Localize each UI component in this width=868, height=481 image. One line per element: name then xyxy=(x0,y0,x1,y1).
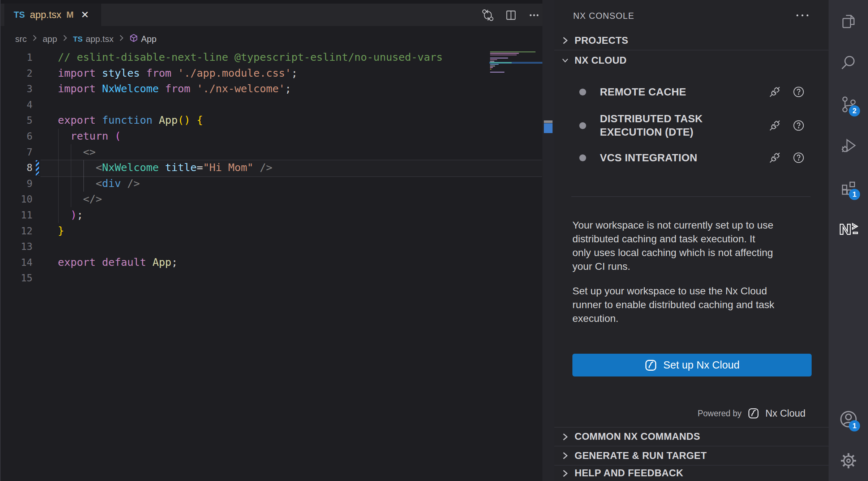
line-number: 11 xyxy=(1,207,33,223)
more-actions-icon[interactable] xyxy=(528,9,541,22)
workspace-status-text: Your workspace is not currently set up t… xyxy=(572,218,818,273)
help-icon[interactable] xyxy=(792,86,805,98)
nx-console-panel: NX CONSOLE PROJECTS NX CLOUD REMOTE CACH… xyxy=(554,0,829,481)
ruler-modified-mark xyxy=(544,123,553,133)
chevron-right-icon xyxy=(562,469,569,478)
panel-divider xyxy=(571,196,811,197)
line-number: 10 xyxy=(1,191,33,207)
feature-label: VCS INTEGRATION xyxy=(600,151,697,165)
panel-title: NX CONSOLE xyxy=(573,11,634,21)
explorer-icon[interactable] xyxy=(829,6,868,36)
code-line[interactable]: 1// eslint-disable-next-line @typescript… xyxy=(1,50,543,65)
code-line[interactable]: 2import styles from './app.module.css'; xyxy=(1,65,543,81)
help-icon[interactable] xyxy=(792,119,805,132)
feature-label: REMOTE CACHE xyxy=(600,85,686,99)
code-text: export default App; xyxy=(58,255,178,271)
feature-label: DISTRIBUTED TASKEXECUTION (DTE) xyxy=(600,112,703,139)
breadcrumb-label: App xyxy=(141,34,156,44)
source-control-icon[interactable]: 2 xyxy=(829,89,868,119)
section-label: HELP AND FEEDBACK xyxy=(575,468,683,479)
code-text: ); xyxy=(58,207,83,223)
code-line[interactable]: 10 </> xyxy=(1,191,543,207)
typescript-file-icon: TS xyxy=(73,35,83,43)
editor-group: TS app.tsx M ✕ xyxy=(0,0,555,481)
code-line[interactable]: 6 return ( xyxy=(1,128,543,144)
tab-app-tsx[interactable]: TS app.tsx M ✕ xyxy=(4,4,101,26)
vscode-window: TS app.tsx M ✕ xyxy=(0,0,868,481)
line-number: 5 xyxy=(1,112,33,128)
code-line[interactable]: 8 <NxWelcome title="Hi Mom" /> xyxy=(1,160,543,176)
breadcrumb-item[interactable]: TSapp.tsx xyxy=(73,34,113,44)
code-text: <NxWelcome title="Hi Mom" /> xyxy=(58,160,272,176)
line-number: 12 xyxy=(1,223,33,239)
line-number: 14 xyxy=(1,255,33,271)
minimap[interactable] xyxy=(489,51,543,75)
help-icon[interactable] xyxy=(792,152,805,164)
breadcrumb-label: app.tsx xyxy=(86,34,113,44)
overview-ruler[interactable] xyxy=(542,0,555,481)
section-generate-run-target[interactable]: GENERATE & RUN TARGET xyxy=(554,446,829,465)
breadcrumb-label: app xyxy=(43,34,57,44)
code-text: <div /> xyxy=(58,176,140,192)
search-icon[interactable] xyxy=(829,48,868,77)
tab-label: app.tsx xyxy=(30,9,61,21)
code-line[interactable]: 3import NxWelcome from './nx-welcome'; xyxy=(1,81,543,97)
code-line[interactable]: 11 ); xyxy=(1,207,543,223)
section-projects[interactable]: PROJECTS xyxy=(554,31,829,50)
connect-icon[interactable] xyxy=(769,86,781,98)
breadcrumb-separator-icon xyxy=(32,34,38,44)
section-common-nx-commands[interactable]: COMMON NX COMMANDS xyxy=(554,427,829,446)
status-bullet xyxy=(579,89,586,95)
line-number: 6 xyxy=(1,128,33,144)
code-line[interactable]: 12} xyxy=(1,223,543,239)
breadcrumb-separator-icon xyxy=(119,34,124,44)
code-line[interactable]: 9 <div /> xyxy=(1,176,543,192)
activity-bar: 2 1 xyxy=(829,0,868,481)
nx-cloud-brand-label[interactable]: Nx Cloud xyxy=(765,408,805,419)
line-number: 3 xyxy=(1,81,33,97)
code-line[interactable]: 13 xyxy=(1,239,543,255)
connect-icon[interactable] xyxy=(769,152,781,164)
source-control-badge: 2 xyxy=(849,105,860,116)
status-bullet xyxy=(579,122,586,129)
code-line[interactable]: 15 xyxy=(1,270,543,286)
code-line[interactable]: 14export default App; xyxy=(1,255,543,271)
breadcrumb-item[interactable]: App xyxy=(129,34,156,44)
chevron-down-icon xyxy=(562,56,569,64)
close-icon[interactable]: ✕ xyxy=(81,9,89,21)
line-number: 2 xyxy=(1,65,33,81)
breadcrumb-item[interactable]: src xyxy=(15,34,27,44)
section-label: NX CLOUD xyxy=(575,55,627,66)
code-line[interactable]: 7 <> xyxy=(1,144,543,160)
code-text: </> xyxy=(58,191,102,207)
split-editor-icon[interactable] xyxy=(504,9,517,22)
setup-hint-text: Set up your workspace to use the Nx Clou… xyxy=(572,284,818,325)
status-bullet xyxy=(579,154,586,161)
line-number: 15 xyxy=(1,270,33,286)
connect-icon[interactable] xyxy=(769,119,781,132)
code-line[interactable]: 4 xyxy=(1,97,543,113)
nx-console-icon[interactable] xyxy=(829,214,868,244)
chevron-right-icon xyxy=(562,451,569,460)
section-nx-cloud[interactable]: NX CLOUD xyxy=(554,50,829,71)
section-label: COMMON NX COMMANDS xyxy=(575,431,700,442)
accounts-icon[interactable]: 1 xyxy=(829,404,868,434)
breadcrumb-item[interactable]: app xyxy=(43,34,57,44)
settings-gear-icon[interactable] xyxy=(829,446,868,476)
code-line[interactable]: 5export function App() { xyxy=(1,112,543,128)
panel-more-actions-icon[interactable] xyxy=(796,14,808,16)
run-debug-icon[interactable] xyxy=(829,131,868,161)
editor-actions xyxy=(481,9,541,22)
breadcrumb-label: src xyxy=(15,34,27,44)
setup-nx-cloud-button[interactable]: Set up Nx Cloud xyxy=(572,354,812,376)
line-number: 9 xyxy=(1,176,33,192)
extensions-icon[interactable]: 1 xyxy=(829,173,868,203)
section-label: PROJECTS xyxy=(575,35,628,46)
panel-header: NX CONSOLE xyxy=(554,0,829,29)
open-changes-icon[interactable] xyxy=(481,9,494,22)
code-area[interactable]: 1// eslint-disable-next-line @typescript… xyxy=(1,50,543,286)
window-top-strip xyxy=(1,0,555,4)
code-text: // eslint-disable-next-line @typescript-… xyxy=(58,50,443,65)
accounts-badge: 1 xyxy=(849,420,860,431)
section-help-and-feedback[interactable]: HELP AND FEEDBACK xyxy=(554,465,829,481)
